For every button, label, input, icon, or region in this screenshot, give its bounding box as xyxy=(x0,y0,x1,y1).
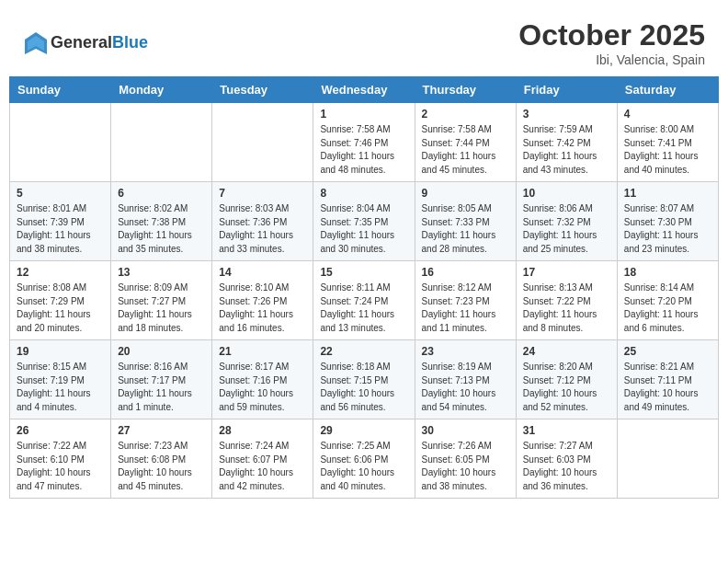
day-info: Sunrise: 8:16 AM Sunset: 7:17 PM Dayligh… xyxy=(118,361,205,414)
day-info: Sunrise: 7:58 AM Sunset: 7:46 PM Dayligh… xyxy=(320,123,407,177)
calendar-cell: 30Sunrise: 7:26 AM Sunset: 6:05 PM Dayli… xyxy=(415,419,516,499)
calendar-cell: 7Sunrise: 8:03 AM Sunset: 7:36 PM Daylig… xyxy=(212,182,313,261)
calendar-cell: 6Sunrise: 8:02 AM Sunset: 7:38 PM Daylig… xyxy=(111,182,212,261)
day-number: 2 xyxy=(422,108,509,121)
calendar-cell: 3Sunrise: 7:59 AM Sunset: 7:42 PM Daylig… xyxy=(516,103,617,182)
calendar-cell xyxy=(111,103,212,182)
calendar-cell: 15Sunrise: 8:11 AM Sunset: 7:24 PM Dayli… xyxy=(313,261,415,340)
day-info: Sunrise: 8:15 AM Sunset: 7:19 PM Dayligh… xyxy=(17,361,104,414)
day-number: 27 xyxy=(118,424,205,437)
day-number: 4 xyxy=(624,108,711,121)
day-number: 10 xyxy=(523,187,610,200)
calendar-cell: 19Sunrise: 8:15 AM Sunset: 7:19 PM Dayli… xyxy=(10,340,111,419)
calendar-cell: 1Sunrise: 7:58 AM Sunset: 7:46 PM Daylig… xyxy=(313,103,415,182)
calendar-table: SundayMondayTuesdayWednesdayThursdayFrid… xyxy=(9,76,719,499)
day-number: 21 xyxy=(219,345,306,358)
calendar-cell: 23Sunrise: 8:19 AM Sunset: 7:13 PM Dayli… xyxy=(415,340,516,419)
day-number: 1 xyxy=(320,108,407,121)
day-info: Sunrise: 8:14 AM Sunset: 7:20 PM Dayligh… xyxy=(624,282,711,335)
logo: GeneralBlue xyxy=(23,30,148,56)
day-info: Sunrise: 8:01 AM Sunset: 7:39 PM Dayligh… xyxy=(17,202,104,256)
weekday-header: Wednesday xyxy=(313,77,415,103)
day-info: Sunrise: 8:04 AM Sunset: 7:35 PM Dayligh… xyxy=(320,202,407,256)
day-number: 26 xyxy=(17,424,104,437)
calendar-cell: 12Sunrise: 8:08 AM Sunset: 7:29 PM Dayli… xyxy=(10,261,111,340)
calendar-cell: 25Sunrise: 8:21 AM Sunset: 7:11 PM Dayli… xyxy=(617,340,718,419)
calendar-cell: 22Sunrise: 8:18 AM Sunset: 7:15 PM Dayli… xyxy=(313,340,415,419)
weekday-header: Sunday xyxy=(10,77,111,103)
calendar-cell: 29Sunrise: 7:25 AM Sunset: 6:06 PM Dayli… xyxy=(313,419,415,499)
weekday-header: Tuesday xyxy=(212,77,313,103)
day-info: Sunrise: 8:21 AM Sunset: 7:11 PM Dayligh… xyxy=(624,361,711,414)
calendar-cell xyxy=(10,103,111,182)
calendar-cell: 18Sunrise: 8:14 AM Sunset: 7:20 PM Dayli… xyxy=(617,261,718,340)
day-number: 23 xyxy=(422,345,509,358)
day-info: Sunrise: 8:20 AM Sunset: 7:12 PM Dayligh… xyxy=(523,361,610,414)
calendar-cell: 17Sunrise: 8:13 AM Sunset: 7:22 PM Dayli… xyxy=(516,261,617,340)
weekday-header: Thursday xyxy=(415,77,516,103)
calendar-cell: 4Sunrise: 8:00 AM Sunset: 7:41 PM Daylig… xyxy=(617,103,718,182)
day-info: Sunrise: 7:22 AM Sunset: 6:10 PM Dayligh… xyxy=(17,440,104,493)
day-number: 14 xyxy=(219,266,306,279)
calendar-cell: 16Sunrise: 8:12 AM Sunset: 7:23 PM Dayli… xyxy=(415,261,516,340)
calendar-week-row: 1Sunrise: 7:58 AM Sunset: 7:46 PM Daylig… xyxy=(10,103,719,182)
day-number: 18 xyxy=(624,266,711,279)
day-info: Sunrise: 8:07 AM Sunset: 7:30 PM Dayligh… xyxy=(624,202,711,256)
day-number: 24 xyxy=(523,345,610,358)
day-number: 5 xyxy=(17,187,104,200)
calendar-week-row: 26Sunrise: 7:22 AM Sunset: 6:10 PM Dayli… xyxy=(10,419,719,499)
day-number: 3 xyxy=(523,108,610,121)
day-info: Sunrise: 8:03 AM Sunset: 7:36 PM Dayligh… xyxy=(219,202,306,256)
calendar-cell xyxy=(617,419,718,499)
day-info: Sunrise: 8:11 AM Sunset: 7:24 PM Dayligh… xyxy=(320,282,407,335)
calendar-cell: 9Sunrise: 8:05 AM Sunset: 7:33 PM Daylig… xyxy=(415,182,516,261)
month-title: October 2025 xyxy=(518,18,705,52)
day-number: 19 xyxy=(17,345,104,358)
day-info: Sunrise: 8:08 AM Sunset: 7:29 PM Dayligh… xyxy=(17,282,104,335)
weekday-row: SundayMondayTuesdayWednesdayThursdayFrid… xyxy=(10,77,719,103)
day-number: 16 xyxy=(422,266,509,279)
location-subtitle: Ibi, Valencia, Spain xyxy=(518,52,705,67)
day-info: Sunrise: 8:10 AM Sunset: 7:26 PM Dayligh… xyxy=(219,282,306,335)
day-number: 15 xyxy=(320,266,407,279)
day-number: 7 xyxy=(219,187,306,200)
logo-icon xyxy=(23,30,49,56)
day-info: Sunrise: 7:26 AM Sunset: 6:05 PM Dayligh… xyxy=(422,440,509,493)
day-number: 6 xyxy=(118,187,205,200)
day-info: Sunrise: 7:58 AM Sunset: 7:44 PM Dayligh… xyxy=(422,123,509,177)
day-number: 31 xyxy=(523,424,610,437)
calendar-cell: 20Sunrise: 8:16 AM Sunset: 7:17 PM Dayli… xyxy=(111,340,212,419)
weekday-header: Saturday xyxy=(617,77,718,103)
calendar-cell: 5Sunrise: 8:01 AM Sunset: 7:39 PM Daylig… xyxy=(10,182,111,261)
day-number: 17 xyxy=(523,266,610,279)
day-info: Sunrise: 8:12 AM Sunset: 7:23 PM Dayligh… xyxy=(422,282,509,335)
day-number: 11 xyxy=(624,187,711,200)
weekday-header: Monday xyxy=(111,77,212,103)
day-number: 13 xyxy=(118,266,205,279)
calendar-cell xyxy=(212,103,313,182)
day-number: 25 xyxy=(624,345,711,358)
day-info: Sunrise: 7:59 AM Sunset: 7:42 PM Dayligh… xyxy=(523,123,610,177)
title-block: October 2025 Ibi, Valencia, Spain xyxy=(518,18,705,67)
day-info: Sunrise: 8:06 AM Sunset: 7:32 PM Dayligh… xyxy=(523,202,610,256)
calendar-body: 1Sunrise: 7:58 AM Sunset: 7:46 PM Daylig… xyxy=(10,103,719,499)
day-number: 28 xyxy=(219,424,306,437)
day-info: Sunrise: 8:00 AM Sunset: 7:41 PM Dayligh… xyxy=(624,123,711,177)
day-number: 8 xyxy=(320,187,407,200)
day-number: 30 xyxy=(422,424,509,437)
logo-blue-text: Blue xyxy=(112,33,148,52)
day-info: Sunrise: 7:25 AM Sunset: 6:06 PM Dayligh… xyxy=(320,440,407,493)
calendar-header: SundayMondayTuesdayWednesdayThursdayFrid… xyxy=(10,77,719,103)
calendar-cell: 8Sunrise: 8:04 AM Sunset: 7:35 PM Daylig… xyxy=(313,182,415,261)
day-info: Sunrise: 8:13 AM Sunset: 7:22 PM Dayligh… xyxy=(523,282,610,335)
day-info: Sunrise: 8:17 AM Sunset: 7:16 PM Dayligh… xyxy=(219,361,306,414)
calendar-cell: 27Sunrise: 7:23 AM Sunset: 6:08 PM Dayli… xyxy=(111,419,212,499)
calendar-week-row: 19Sunrise: 8:15 AM Sunset: 7:19 PM Dayli… xyxy=(10,340,719,419)
calendar-cell: 21Sunrise: 8:17 AM Sunset: 7:16 PM Dayli… xyxy=(212,340,313,419)
logo-general-text: General xyxy=(51,33,112,52)
day-number: 12 xyxy=(17,266,104,279)
calendar-cell: 10Sunrise: 8:06 AM Sunset: 7:32 PM Dayli… xyxy=(516,182,617,261)
calendar-cell: 24Sunrise: 8:20 AM Sunset: 7:12 PM Dayli… xyxy=(516,340,617,419)
day-info: Sunrise: 8:02 AM Sunset: 7:38 PM Dayligh… xyxy=(118,202,205,256)
calendar-cell: 28Sunrise: 7:24 AM Sunset: 6:07 PM Dayli… xyxy=(212,419,313,499)
